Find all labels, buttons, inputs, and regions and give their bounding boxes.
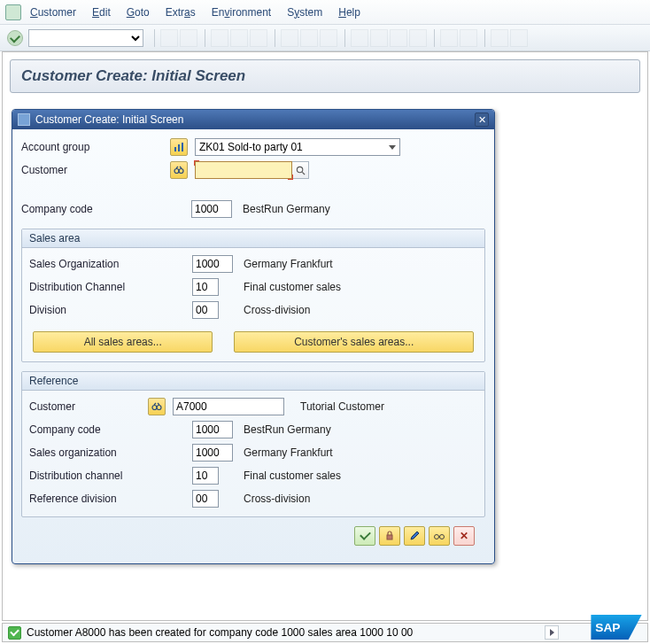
next-page-icon[interactable]	[390, 29, 407, 47]
new-session-icon[interactable]	[440, 29, 458, 47]
dialog-title: Customer Create: Initial Screen	[35, 113, 475, 126]
save-icon[interactable]	[180, 29, 197, 47]
separator	[344, 29, 345, 47]
glasses-icon	[433, 531, 445, 541]
find-icon[interactable]	[300, 29, 318, 47]
dist-channel-input[interactable]	[192, 278, 219, 296]
ref-customer-input[interactable]	[173, 398, 284, 415]
ref-company-code-input[interactable]	[192, 421, 233, 438]
dialog-footer: ✕	[21, 517, 485, 555]
sap-menu-icon[interactable]	[5, 4, 21, 20]
customer-help-icon[interactable]	[170, 161, 188, 179]
sales-org-label: Sales Organization	[29, 258, 192, 270]
separator	[205, 29, 205, 47]
command-field[interactable]	[28, 29, 143, 47]
customer-sales-areas-button[interactable]: Customer's sales areas...	[234, 331, 474, 353]
ref-company-code-desc: BestRun Germany	[244, 423, 331, 436]
shortcut-icon[interactable]	[460, 29, 477, 47]
chart-icon	[174, 142, 184, 152]
division-label: Division	[29, 304, 192, 316]
back-icon[interactable]	[160, 29, 178, 47]
separator	[154, 29, 155, 47]
account-group-value: ZK01 Sold-to party 01	[199, 141, 303, 153]
company-code-input[interactable]	[191, 200, 232, 218]
svg-rect-1	[178, 144, 180, 151]
cancel-button[interactable]: ✕	[453, 526, 475, 546]
nav-exit-icon[interactable]	[230, 29, 248, 47]
prev-page-icon[interactable]	[370, 29, 388, 47]
menu-system[interactable]: System	[287, 6, 322, 19]
last-page-icon[interactable]	[409, 29, 427, 47]
company-code-desc: BestRun Germany	[243, 203, 330, 215]
nav-back-icon[interactable]	[211, 29, 228, 47]
sales-org-input[interactable]	[192, 255, 233, 273]
dialog: Customer Create: Initial Screen ✕ Accoun…	[12, 109, 495, 564]
dialog-body: Account group ZK01 Sold-to party 01 Cust…	[12, 129, 494, 563]
status-expand-icon[interactable]	[545, 625, 559, 640]
binoculars-icon	[174, 165, 184, 175]
ref-division-input[interactable]	[192, 490, 219, 508]
separator	[484, 29, 485, 47]
division-input[interactable]	[192, 301, 219, 319]
menu-customer[interactable]: Customer	[30, 6, 76, 19]
status-success-icon	[8, 626, 21, 640]
edit-button[interactable]	[404, 526, 425, 546]
lock-button[interactable]	[379, 526, 400, 546]
ref-sales-org-label: Sales organization	[29, 446, 192, 459]
menu-environment[interactable]: Environment	[212, 6, 271, 19]
binoculars-icon	[151, 401, 162, 412]
ok-code-button[interactable]	[7, 30, 23, 46]
ok-button[interactable]	[354, 526, 375, 546]
customer-input[interactable]	[195, 161, 292, 179]
print-icon[interactable]	[281, 29, 298, 47]
customer-label: Customer	[21, 164, 170, 176]
separator	[434, 29, 435, 47]
dist-channel-label: Distribution Channel	[29, 281, 192, 293]
ref-dist-channel-label: Distribution channel	[29, 469, 192, 482]
layout-icon[interactable]	[510, 29, 528, 47]
ref-dist-channel-desc: Final customer sales	[244, 469, 341, 482]
statusbar: Customer A8000 has been created for comp…	[2, 623, 648, 642]
sales-org-desc: Germany Frankfurt	[244, 258, 333, 270]
sap-logo: SAP	[591, 615, 642, 640]
glasses-button[interactable]	[429, 526, 450, 546]
nav-cancel-icon[interactable]	[250, 29, 267, 47]
first-page-icon[interactable]	[351, 29, 368, 47]
search-help-icon[interactable]	[291, 161, 309, 179]
ref-sales-org-input[interactable]	[192, 444, 233, 462]
page-title: Customer Create: Initial Screen	[21, 67, 629, 85]
ref-customer-label: Customer	[29, 400, 148, 413]
menu-extras[interactable]: Extras	[166, 6, 196, 19]
find-next-icon[interactable]	[320, 29, 337, 47]
ref-dist-channel-input[interactable]	[192, 467, 219, 485]
ref-customer-help-icon[interactable]	[148, 398, 166, 415]
required-mark-icon	[194, 160, 199, 166]
svg-point-8	[157, 406, 161, 410]
svg-text:SAP: SAP	[595, 621, 620, 634]
help-icon[interactable]	[491, 29, 508, 47]
lock-icon	[384, 531, 395, 541]
ref-sales-org-desc: Germany Frankfurt	[244, 446, 333, 459]
reference-title: Reference	[22, 372, 484, 391]
account-group-dropdown[interactable]: ZK01 Sold-to party 01	[195, 138, 400, 156]
dialog-titlebar[interactable]: Customer Create: Initial Screen ✕	[12, 110, 494, 129]
menu-edit[interactable]: Edit	[92, 6, 111, 19]
status-message: Customer A8000 has been created for comp…	[27, 626, 413, 639]
menu-goto[interactable]: Goto	[127, 6, 150, 19]
account-group-label: Account group	[21, 141, 170, 153]
division-desc: Cross-division	[244, 304, 310, 316]
required-mark-icon	[288, 175, 293, 180]
svg-point-3	[174, 169, 179, 174]
svg-point-11	[440, 535, 445, 539]
dist-channel-desc: Final customer sales	[244, 281, 341, 293]
menu-help[interactable]: Help	[338, 6, 360, 19]
svg-rect-2	[182, 143, 183, 151]
all-sales-areas-button[interactable]: All sales areas...	[33, 331, 213, 353]
svg-rect-9	[387, 535, 392, 539]
ref-division-label: Reference division	[29, 493, 192, 505]
sales-area-title: Sales area	[22, 229, 484, 248]
pencil-icon	[409, 531, 420, 541]
toolbar	[0, 25, 650, 51]
account-group-help-icon[interactable]	[170, 138, 188, 156]
close-icon[interactable]: ✕	[475, 113, 489, 127]
